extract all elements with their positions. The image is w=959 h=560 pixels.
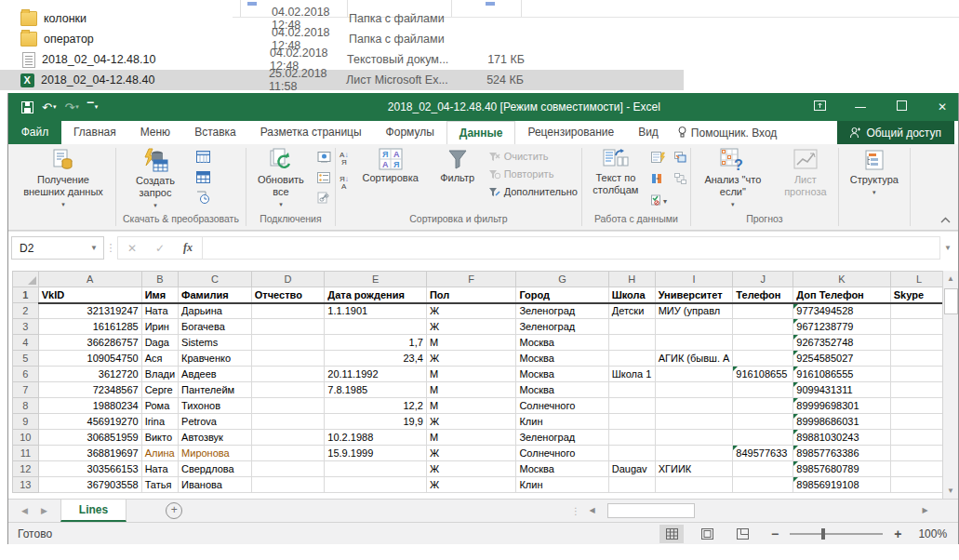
horizontal-scrollbar[interactable]: ◀ ▶ [585, 502, 932, 518]
cell[interactable]: МИУ (управл [655, 303, 733, 319]
flash-fill-icon[interactable] [651, 150, 669, 167]
cell[interactable]: 3612720 [38, 367, 141, 382]
namebox-dropdown-icon[interactable]: ▼ [90, 244, 98, 252]
cell[interactable]: Солнечного [516, 398, 608, 414]
cell[interactable]: Кравченко [179, 351, 252, 367]
cell[interactable]: Москва [516, 461, 608, 477]
cell[interactable]: Влади [141, 367, 178, 382]
name-box[interactable]: D2 ▼ [11, 236, 104, 260]
cell[interactable]: 19880234 [38, 398, 141, 414]
cell[interactable] [890, 430, 948, 446]
cell[interactable]: Daugav [608, 461, 655, 477]
cell[interactable]: Викто [141, 430, 178, 446]
cell[interactable] [655, 382, 733, 398]
cell[interactable]: Детски [608, 303, 655, 319]
cell[interactable] [733, 335, 793, 351]
cell[interactable] [251, 367, 325, 382]
save-icon[interactable] [21, 101, 33, 113]
cell[interactable]: 9773494528 [793, 303, 890, 319]
cell[interactable]: Серге [141, 382, 178, 398]
tab-formuly[interactable]: Формулы [374, 121, 446, 144]
cell[interactable]: 15.9.1999 [325, 446, 427, 461]
cell[interactable]: Имя [141, 287, 178, 303]
cell[interactable]: 916108655 [733, 367, 793, 382]
cell[interactable] [890, 446, 948, 461]
cell[interactable]: 1.1.1901 [325, 303, 427, 319]
data-validation-icon[interactable]: ▾ [651, 193, 669, 209]
cell[interactable] [733, 382, 793, 398]
cell[interactable]: Sistems [179, 335, 252, 351]
tab-menu[interactable]: Меню [128, 121, 182, 144]
reapply-filter-button[interactable]: Повторить [488, 168, 578, 180]
cell[interactable]: Ася [141, 351, 178, 367]
tab-recenzirovanie[interactable]: Рецензирование [515, 121, 626, 144]
cell[interactable] [890, 382, 948, 398]
cell[interactable]: 89857763386 [793, 446, 890, 461]
cell[interactable] [251, 446, 325, 461]
cell[interactable]: ХГИИК [655, 461, 733, 477]
row-header[interactable]: 6 [13, 367, 39, 382]
cell[interactable]: 109054750 [38, 351, 141, 367]
cell[interactable]: Зеленоград [516, 319, 608, 335]
cell[interactable] [655, 477, 733, 493]
cell[interactable]: Москва [516, 367, 608, 382]
cell[interactable] [251, 461, 325, 477]
cell[interactable]: Доп Телефон [793, 287, 890, 303]
edit-links-icon[interactable] [317, 191, 331, 207]
cell[interactable]: VkID [38, 287, 141, 303]
cell[interactable] [655, 446, 733, 461]
explorer-row[interactable]: 2018_02_04-12.48.1004.02.2018 12:48Текст… [0, 49, 959, 70]
explorer-row[interactable]: оператор04.02.2018 12:48Папка с файлами [0, 29, 959, 49]
cell[interactable]: 19,9 [325, 414, 427, 430]
cell[interactable]: 89999698301 [793, 398, 890, 414]
cell[interactable]: Рома [141, 398, 178, 414]
column-header[interactable]: G [516, 272, 608, 287]
cell[interactable]: Татья [141, 477, 178, 493]
cell[interactable]: 456919270 [38, 414, 141, 430]
insert-function-icon[interactable]: fx [174, 241, 202, 255]
cell[interactable]: 849577633 [733, 446, 793, 461]
remove-duplicates-icon[interactable] [651, 171, 669, 188]
close-button[interactable]: ✕ [936, 100, 949, 113]
row-header[interactable]: 2 [13, 303, 39, 319]
cell[interactable]: Алина [141, 446, 178, 461]
cell[interactable] [251, 430, 325, 446]
ribbon-display-options-icon[interactable] [813, 100, 826, 113]
cell[interactable]: Ната [141, 303, 178, 319]
what-if-button[interactable]: ? Анализ "что если" ▾ [692, 146, 774, 212]
zoom-out-icon[interactable]: − [771, 527, 779, 541]
cell[interactable] [655, 335, 733, 351]
sort-ascending-icon[interactable]: А↓Я [340, 152, 349, 167]
cell[interactable] [251, 477, 325, 493]
cell[interactable] [251, 351, 325, 367]
cell[interactable] [890, 461, 948, 477]
cell[interactable]: 321319247 [38, 303, 141, 319]
cell[interactable]: Автозвук [179, 430, 252, 446]
cell[interactable]: М [426, 398, 516, 414]
cell[interactable]: 72348567 [38, 382, 141, 398]
cancel-icon[interactable]: ✕ [118, 242, 146, 255]
row-header[interactable]: 8 [13, 398, 39, 414]
cell[interactable] [890, 414, 948, 430]
customize-qat-button[interactable]: ▔▾ [87, 102, 98, 112]
column-header[interactable]: D [251, 272, 325, 287]
row-header[interactable]: 4 [13, 335, 39, 351]
cell[interactable]: М [426, 367, 516, 382]
tell-me-helper[interactable]: Помощник. Вход [671, 121, 785, 144]
cell[interactable]: Irina [141, 414, 178, 430]
cell[interactable]: 9671238779 [793, 319, 890, 335]
cell[interactable]: Ж [426, 351, 516, 367]
zoom-in-icon[interactable]: + [894, 527, 901, 541]
row-header[interactable]: 3 [13, 319, 39, 335]
row-header[interactable]: 12 [13, 461, 39, 477]
column-header[interactable]: L [890, 272, 948, 287]
column-header[interactable]: F [426, 272, 516, 287]
cell[interactable]: 16161285 [38, 319, 141, 335]
cell[interactable] [608, 398, 655, 414]
row-header[interactable]: 10 [13, 430, 39, 446]
cell[interactable]: Школа 1 [608, 367, 655, 382]
column-header[interactable]: I [655, 272, 733, 287]
formula-bar-splitter[interactable]: ⋮ [104, 236, 117, 260]
new-query-button[interactable]: Создать запрос ▾ [117, 146, 193, 213]
cell[interactable]: 20.11.1992 [325, 367, 427, 382]
